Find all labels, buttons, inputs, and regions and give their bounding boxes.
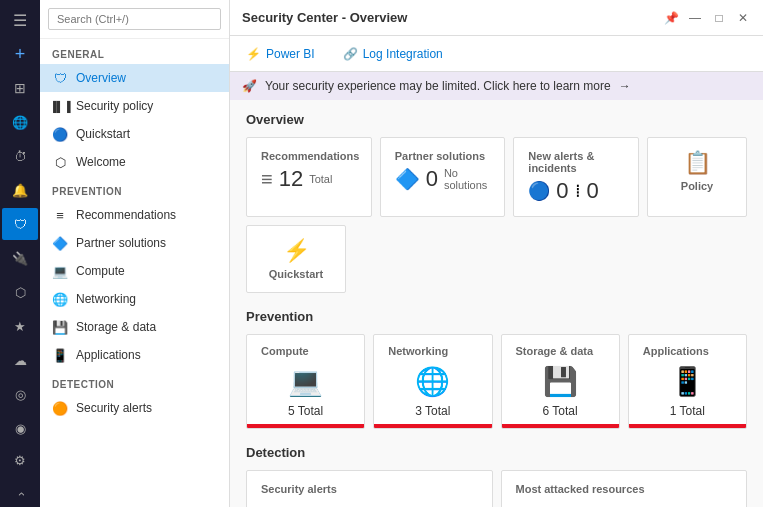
policy-label: Policy bbox=[681, 180, 713, 192]
alerts-incidents-card[interactable]: New alerts & incidents 🔵 0 ⁞ 0 bbox=[513, 137, 639, 217]
dashboard-icon[interactable]: ⊞ bbox=[2, 72, 38, 104]
networking-prev-icon: 🌐 bbox=[388, 365, 477, 398]
search-input[interactable] bbox=[48, 8, 221, 30]
maximize-icon[interactable]: □ bbox=[711, 10, 727, 26]
close-icon[interactable]: ✕ bbox=[735, 10, 751, 26]
alerts-incidents-card-content: 🔵 0 ⁞ 0 bbox=[528, 178, 624, 204]
minimize-icon[interactable]: — bbox=[687, 10, 703, 26]
clock-icon[interactable]: ⏱ bbox=[2, 140, 38, 172]
partner-solutions-card-content: 🔷 0 No solutions bbox=[395, 166, 491, 192]
eye-icon[interactable]: ◉ bbox=[2, 412, 38, 444]
alerts-incidents-card-title: New alerts & incidents bbox=[528, 150, 624, 174]
overview-cards: Recommendations ≡ 12 Total Partner solut… bbox=[246, 137, 747, 293]
partner-solutions-card-title: Partner solutions bbox=[395, 150, 491, 162]
banner-text: Your security experience may be limited.… bbox=[265, 79, 611, 93]
detection-section-title: Detection bbox=[246, 445, 747, 460]
most-attacked-card: Most attacked resources No attacked reso… bbox=[501, 470, 748, 507]
plus-icon[interactable]: + bbox=[2, 38, 38, 70]
sidebar-item-partner-solutions[interactable]: 🔷 Partner solutions bbox=[40, 229, 229, 257]
log-integration-button[interactable]: 🔗 Log Integration bbox=[339, 47, 447, 61]
detection-section-label: DETECTION bbox=[40, 369, 229, 394]
applications-prev-count: 1 Total bbox=[643, 404, 732, 418]
sidebar-item-overview[interactable]: 🛡 Overview bbox=[40, 64, 229, 92]
quickstart-quick-card[interactable]: ⚡ Quickstart bbox=[246, 225, 346, 293]
sidebar-item-compute[interactable]: 💻 Compute bbox=[40, 257, 229, 285]
security-alerts-card: Security alerts No security alerts bbox=[246, 470, 493, 507]
security-alerts-card-title: Security alerts bbox=[261, 483, 478, 495]
plug-icon[interactable]: 🔌 bbox=[2, 242, 38, 274]
content-area: Overview Recommendations ≡ 12 Total Part… bbox=[230, 100, 763, 507]
prevention-section-title: Prevention bbox=[246, 309, 747, 324]
puzzle-icon[interactable]: ⬡ bbox=[2, 276, 38, 308]
incidents-icon: ⁞ bbox=[575, 180, 581, 202]
expand-icon[interactable]: › bbox=[4, 476, 36, 507]
sidebar-item-security-alerts[interactable]: 🟠 Security alerts bbox=[40, 394, 229, 422]
partner-solutions-card[interactable]: Partner solutions 🔷 0 No solutions bbox=[380, 137, 506, 217]
globe-icon[interactable]: 🌐 bbox=[2, 106, 38, 138]
hamburger-icon[interactable]: ☰ bbox=[2, 4, 38, 36]
compute-prev-card[interactable]: Compute 💻 5 Total bbox=[246, 334, 365, 429]
alert-icon: 🔵 bbox=[528, 180, 550, 202]
storage-prev-title: Storage & data bbox=[516, 345, 605, 357]
applications-prev-card[interactable]: Applications 📱 1 Total bbox=[628, 334, 747, 429]
alerts-count: 0 bbox=[556, 178, 568, 204]
star-icon[interactable]: ★ bbox=[2, 310, 38, 342]
networking-icon: 🌐 bbox=[52, 291, 68, 307]
sidebar-item-storage-data[interactable]: 💾 Storage & data bbox=[40, 313, 229, 341]
detection-row: Security alerts No security alerts Most … bbox=[246, 470, 747, 507]
storage-bar bbox=[502, 424, 619, 428]
compute-bar bbox=[247, 424, 364, 428]
partner-solutions-count: 0 bbox=[426, 166, 438, 192]
recommendations-card[interactable]: Recommendations ≡ 12 Total bbox=[246, 137, 372, 217]
window-controls: 📌 — □ ✕ bbox=[663, 10, 751, 26]
network-icon[interactable]: ◎ bbox=[2, 378, 38, 410]
partner-solutions-icon: 🔷 bbox=[52, 235, 68, 251]
overview-icon: 🛡 bbox=[52, 70, 68, 86]
pin-icon[interactable]: 📌 bbox=[663, 10, 679, 26]
recommendations-card-content: ≡ 12 Total bbox=[261, 166, 357, 192]
title-bar: Security Center - Overview 📌 — □ ✕ bbox=[230, 0, 763, 36]
rocket-icon: 🚀 bbox=[242, 79, 257, 93]
applications-prev-title: Applications bbox=[643, 345, 732, 357]
security-policy-icon: ▐▌▐ bbox=[52, 98, 68, 114]
partner-solutions-label: No solutions bbox=[444, 167, 490, 191]
storage-prev-card[interactable]: Storage & data 💾 6 Total bbox=[501, 334, 620, 429]
sidebar-item-welcome[interactable]: ⬡ Welcome bbox=[40, 148, 229, 176]
sidebar-item-networking[interactable]: 🌐 Networking bbox=[40, 285, 229, 313]
compute-prev-icon: 💻 bbox=[261, 365, 350, 398]
quickstart-icon: 🔵 bbox=[52, 126, 68, 142]
most-attacked-card-title: Most attacked resources bbox=[516, 483, 733, 495]
storage-prev-icon: 💾 bbox=[516, 365, 605, 398]
recommendations-icon: ≡ bbox=[52, 207, 68, 223]
cloud-icon[interactable]: ☁ bbox=[2, 344, 38, 376]
sidebar-item-applications[interactable]: 📱 Applications bbox=[40, 341, 229, 369]
icon-bar: ☰ + ⊞ 🌐 ⏱ 🔔 🛡 🔌 ⬡ ★ ☁ ◎ ◉ ⚙ › bbox=[0, 0, 40, 507]
quickstart-label: Quickstart bbox=[269, 268, 323, 280]
info-banner[interactable]: 🚀 Your security experience may be limite… bbox=[230, 72, 763, 100]
shield-icon[interactable]: 🛡 bbox=[2, 208, 38, 240]
applications-bar bbox=[629, 424, 746, 428]
security-alerts-icon: 🟠 bbox=[52, 400, 68, 416]
sidebar-search-container bbox=[40, 0, 229, 39]
recommendations-list-icon: ≡ bbox=[261, 168, 273, 191]
settings-icon[interactable]: ⚙ bbox=[2, 444, 38, 476]
compute-icon: 💻 bbox=[52, 263, 68, 279]
prevention-section-label: PREVENTION bbox=[40, 176, 229, 201]
compute-prev-count: 5 Total bbox=[261, 404, 350, 418]
recommendations-count: 12 bbox=[279, 166, 303, 192]
power-bi-button[interactable]: ⚡ Power BI bbox=[242, 47, 319, 61]
sidebar-item-quickstart[interactable]: 🔵 Quickstart bbox=[40, 120, 229, 148]
networking-bar bbox=[374, 424, 491, 428]
storage-icon: 💾 bbox=[52, 319, 68, 335]
sidebar-item-security-policy[interactable]: ▐▌▐ Security policy bbox=[40, 92, 229, 120]
welcome-icon: ⬡ bbox=[52, 154, 68, 170]
sidebar-item-recommendations[interactable]: ≡ Recommendations bbox=[40, 201, 229, 229]
bell-icon[interactable]: 🔔 bbox=[2, 174, 38, 206]
banner-arrow: → bbox=[619, 79, 631, 93]
applications-prev-icon: 📱 bbox=[643, 365, 732, 398]
networking-prev-card[interactable]: Networking 🌐 3 Total bbox=[373, 334, 492, 429]
policy-quick-card[interactable]: 📋 Policy bbox=[647, 137, 747, 217]
recommendations-label: Total bbox=[309, 173, 332, 185]
storage-prev-count: 6 Total bbox=[516, 404, 605, 418]
applications-icon: 📱 bbox=[52, 347, 68, 363]
